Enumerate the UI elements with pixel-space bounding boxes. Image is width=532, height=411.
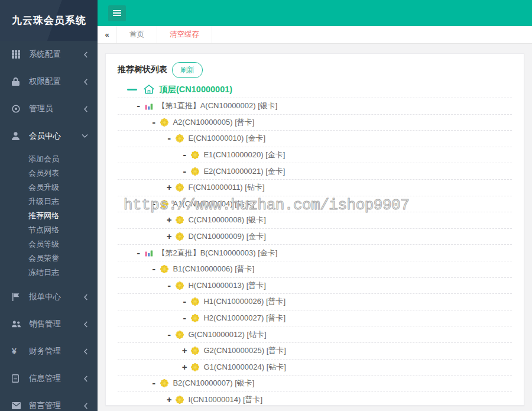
expand-toggle[interactable]: -: [182, 150, 187, 160]
sidebar-item-finance-manage[interactable]: ¥ 财务管理: [0, 338, 98, 365]
chevron-left-icon: [83, 294, 88, 300]
lock-icon: [12, 77, 25, 86]
expand-toggle[interactable]: +: [167, 395, 171, 404]
expand-toggle[interactable]: +: [167, 215, 171, 225]
menu-toggle-button[interactable]: [108, 5, 126, 21]
sidebar-item-permission-config[interactable]: 权限配置: [0, 68, 98, 95]
tree-node-CN10000002[interactable]: - 【第1直推】A(CN10000002) [银卡]: [118, 98, 512, 115]
sidebar-item-system-config[interactable]: 系统配置: [0, 41, 98, 68]
tree-node-CN10000003[interactable]: - 【第2直推】B(CN10000003) [金卡]: [118, 245, 512, 261]
expand-toggle[interactable]: -: [167, 134, 171, 143]
flower-icon: [176, 216, 184, 224]
expand-toggle[interactable]: +: [167, 232, 171, 241]
app-logo: 九云珠会员系统: [0, 0, 98, 41]
tree-node-CN10000020[interactable]: - E1(CN10000020) [金卡]: [118, 147, 512, 164]
tree-node-CN10000008[interactable]: + C(CN10000008) [银卡]: [118, 212, 512, 229]
expand-toggle[interactable]: +: [182, 346, 187, 355]
expand-toggle[interactable]: -: [167, 330, 171, 339]
sidebar-item-order-center[interactable]: 报单中心: [0, 283, 98, 310]
tab-clear-cache[interactable]: 清空缓存: [157, 26, 212, 43]
expand-toggle[interactable]: -: [151, 199, 156, 209]
expand-toggle[interactable]: +: [182, 363, 187, 372]
sidebar-subitem-member-upgrade[interactable]: 会员升级: [0, 180, 98, 195]
tree-node-CN10000026[interactable]: - H1(CN10000026) [普卡]: [118, 294, 512, 310]
sidebar-subitem-member-level[interactable]: 会员等级: [0, 237, 98, 251]
expand-toggle[interactable]: -: [167, 281, 171, 290]
expand-toggle[interactable]: -: [151, 264, 156, 274]
sidebar-subitem-add-member[interactable]: 添加会员: [0, 152, 98, 166]
home-icon: [143, 84, 155, 95]
sidebar-subitem-freeze-log[interactable]: 冻结日志: [0, 266, 98, 280]
sidebar-item-message-manage[interactable]: 留言管理: [0, 392, 98, 411]
expand-toggle[interactable]: -: [182, 167, 187, 176]
chart-icon: [145, 102, 153, 110]
tree-node-CN10000010[interactable]: - E(CN10000010) [金卡]: [118, 131, 512, 147]
topbar: [98, 0, 532, 26]
flower-icon: [176, 331, 184, 339]
tree-node-CN10000006[interactable]: - B1(CN10000006) [普卡]: [118, 261, 512, 278]
tree-node-CN10000021[interactable]: - E2(CN10000021) [金卡]: [118, 163, 512, 180]
tree-node-CN10000027[interactable]: - H2(CN10000027) [普卡]: [118, 310, 512, 327]
sidebar-subitem-member-list[interactable]: 会员列表: [0, 166, 98, 180]
card-header: 推荐树状列表 刷新: [118, 62, 512, 77]
expand-toggle[interactable]: -: [136, 101, 141, 111]
expand-toggle[interactable]: -: [182, 297, 187, 306]
tree-node-CN10000013[interactable]: - H(CN10000013) [普卡]: [118, 278, 512, 295]
chevron-down-icon: [82, 134, 88, 138]
tree-node-CN10000004[interactable]: - A1(CN10000004) [钻卡]: [118, 196, 512, 213]
sidebar-subitem-member-honor[interactable]: 会员荣誉: [0, 251, 98, 266]
tree-node-CN10000024[interactable]: + G1(CN10000024) [钻卡]: [118, 360, 512, 376]
flower-icon: [191, 314, 199, 322]
flower-icon: [176, 281, 184, 290]
target-icon: [12, 105, 25, 113]
tree-node-CN10000005[interactable]: - A2(CN10000005) [普卡]: [118, 115, 512, 131]
tree-node-CN10000007[interactable]: - B2(CN10000007) [银卡]: [118, 376, 512, 392]
grid-icon: [12, 50, 25, 59]
expand-toggle[interactable]: -: [151, 378, 156, 388]
main-area: « 首页 清空缓存 推荐树状列表 刷新 顶层(CN10000001) - 【第1…: [98, 0, 532, 411]
sidebar-submenu: 添加会员会员列表会员升级升级日志推荐网络节点网络会员等级会员荣誉冻结日志: [0, 150, 98, 283]
sidebar-item-administrator[interactable]: 管理员: [0, 95, 98, 122]
refresh-button[interactable]: 刷新: [172, 62, 203, 78]
content-area: 推荐树状列表 刷新 顶层(CN10000001) - 【第1直推】A(CN100…: [98, 44, 532, 411]
tree-node-CN10000014[interactable]: + I(CN10000014) [普卡]: [118, 392, 512, 406]
chevron-left-icon: [83, 79, 88, 85]
tree-node-CN10000025[interactable]: + G2(CN10000025) [普卡]: [118, 343, 512, 360]
sidebar-item-sales-manage[interactable]: 销售管理: [0, 310, 98, 338]
sidebar-item-member-center[interactable]: 会员中心: [0, 122, 98, 150]
flower-icon: [191, 363, 199, 371]
doc-icon: [12, 374, 25, 383]
sidebar-nav: 系统配置 权限配置 管理员 会员中心 添加会员会员列表会员升级升级日志推荐网络节…: [0, 41, 98, 411]
flower-icon: [191, 297, 199, 306]
flower-icon: [160, 379, 168, 387]
flower-icon: [176, 183, 184, 192]
collapse-tabs-icon[interactable]: «: [98, 26, 116, 43]
sidebar-subitem-upgrade-log[interactable]: 升级日志: [0, 195, 98, 209]
sidebar-item-info-manage[interactable]: 信息管理: [0, 365, 98, 392]
flower-icon: [191, 151, 199, 159]
tree-node-CN10000001[interactable]: 顶层(CN10000001): [118, 81, 512, 98]
chevron-left-icon: [83, 106, 88, 112]
flower-icon: [176, 396, 184, 404]
sidebar: 九云珠会员系统 系统配置 权限配置 管理员 会员中心 添加会员会员列表会员升级升…: [0, 0, 98, 411]
tab-home[interactable]: 首页: [116, 26, 157, 43]
flower-icon: [191, 347, 199, 355]
tree-node-CN10000009[interactable]: + D(CN10000009) [金卡]: [118, 229, 512, 245]
chart-icon: [145, 249, 153, 257]
expand-toggle[interactable]: -: [182, 313, 187, 323]
sidebar-subitem-referral-network[interactable]: 推荐网络: [0, 209, 98, 223]
sidebar-subitem-node-network[interactable]: 节点网络: [0, 223, 98, 237]
root-dash[interactable]: [127, 89, 137, 90]
chevron-left-icon: [83, 348, 88, 355]
expand-toggle[interactable]: -: [151, 118, 156, 127]
tree-node-CN10000012[interactable]: - G(CN10000012) [钻卡]: [118, 326, 512, 343]
app-window: 九云珠会员系统 系统配置 权限配置 管理员 会员中心 添加会员会员列表会员升级升…: [0, 0, 532, 411]
tree-node-CN10000011[interactable]: + F(CN10000011) [钻卡]: [118, 180, 512, 196]
users-icon: [12, 320, 25, 328]
expand-toggle[interactable]: -: [136, 248, 141, 258]
expand-toggle[interactable]: +: [167, 183, 171, 192]
flower-icon: [160, 200, 168, 208]
user-icon: [12, 132, 25, 140]
mail-icon: [12, 402, 25, 409]
chevron-left-icon: [83, 376, 88, 382]
